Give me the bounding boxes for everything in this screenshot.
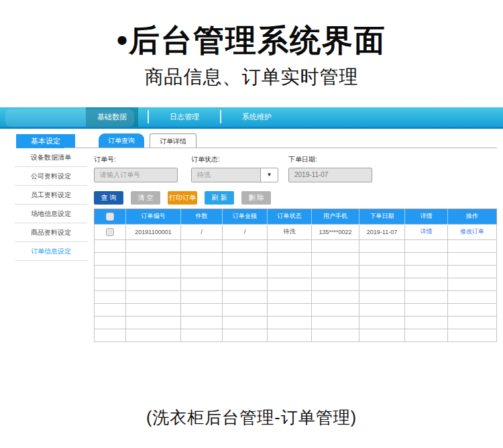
page-subtitle: 商品信息、订单实时管理 — [0, 64, 503, 90]
content-area: 订单查询 订单详情 订单号: 订单状态: 待洗 ▼ 下单日期: — [94, 134, 497, 342]
header-amount: 订单金额 — [223, 209, 268, 224]
sidebar-item-order-info[interactable]: 订单信息设定 — [15, 242, 87, 261]
top-navbar: 基础数据 日志管理 系统维护 — [0, 107, 503, 129]
nav-tab-log-management[interactable]: 日志管理 — [158, 107, 211, 127]
empty-table-row — [95, 290, 497, 303]
header-status: 订单状态 — [268, 209, 312, 224]
empty-table-row — [95, 239, 497, 252]
sidebar-item-site-info[interactable]: 场地信息设定 — [15, 205, 87, 223]
empty-table-row — [95, 265, 497, 278]
logo-placeholder — [5, 109, 134, 127]
chevron-down-icon: ▼ — [267, 172, 272, 178]
empty-table-row — [95, 303, 497, 316]
empty-table-row — [95, 329, 497, 341]
cell-phone: 135****0022 — [312, 224, 359, 239]
hero-section: •后台管理系统界面 商品信息、订单实时管理 — [0, 0, 503, 90]
print-order-button[interactable]: 打印订单 — [168, 191, 197, 205]
cell-amount: / — [223, 224, 268, 239]
header-order-no: 订单编号 — [126, 209, 181, 224]
filter-order-no: 订单号: — [94, 155, 178, 182]
empty-table-row — [95, 252, 497, 265]
sidebar: 基本设定 设备数据清单 公司资料设定 员工资料设定 场地信息设定 商品资料设定 … — [15, 134, 87, 342]
sidebar-item-device-data-list[interactable]: 设备数据清单 — [15, 148, 87, 167]
nav-tab-system-maintenance[interactable]: 系统维护 — [231, 107, 283, 127]
clear-button[interactable]: 清 空 — [131, 191, 160, 205]
cell-status: 待洗 — [268, 224, 312, 239]
cell-order-no: 20191100001 — [126, 224, 181, 239]
cell-qty: / — [181, 224, 223, 239]
order-status-value: 待洗 — [192, 168, 260, 182]
empty-table-row — [95, 316, 497, 329]
query-button[interactable]: 查 询 — [94, 191, 123, 205]
sidebar-item-employee-info[interactable]: 员工资料设定 — [15, 186, 87, 205]
order-date-input[interactable] — [288, 168, 372, 182]
header-date: 下单日期 — [359, 209, 405, 224]
modify-order-link[interactable]: 修改订单 — [460, 228, 484, 235]
dropdown-button[interactable]: ▼ — [260, 168, 278, 182]
header-phone: 用户手机 — [312, 209, 359, 224]
tab-order-query[interactable]: 订单查询 — [99, 133, 144, 148]
order-date-label: 下单日期: — [288, 155, 372, 164]
order-status-label: 订单状态: — [191, 155, 278, 164]
nav-tabs: 基础数据 日志管理 系统维护 — [86, 107, 503, 127]
filter-row: 订单号: 订单状态: 待洗 ▼ 下单日期: — [94, 155, 497, 182]
sidebar-header-basic-settings[interactable]: 基本设定 — [16, 134, 75, 148]
header-action: 操作 — [448, 209, 497, 224]
tab-order-detail[interactable]: 订单详情 — [150, 133, 197, 148]
refresh-button[interactable]: 刷 新 — [205, 191, 234, 205]
orders-table: 订单编号 件数 订单金额 订单状态 用户手机 下单日期 详情 操作 201911… — [94, 209, 497, 342]
sidebar-item-product-info[interactable]: 商品资料设定 — [15, 223, 87, 242]
table-header-row: 订单编号 件数 订单金额 订单状态 用户手机 下单日期 详情 操作 — [95, 209, 497, 224]
select-all-checkbox[interactable] — [106, 213, 114, 221]
order-no-input[interactable] — [94, 168, 178, 182]
nav-separator — [148, 110, 149, 123]
order-no-label: 订单号: — [94, 155, 178, 164]
header-detail: 详情 — [405, 209, 448, 224]
filter-order-status: 订单状态: 待洗 ▼ — [191, 155, 278, 182]
action-button-row: 查 询 清 空 打印订单 刷 新 删 除 — [94, 191, 497, 205]
order-status-select[interactable]: 待洗 ▼ — [191, 168, 278, 182]
main-panel: 基本设定 设备数据清单 公司资料设定 员工资料设定 场地信息设定 商品资料设定 … — [0, 129, 503, 342]
header-qty: 件数 — [181, 209, 223, 224]
table-row: 20191100001 / / 待洗 135****0022 2019-11-0… — [95, 224, 497, 239]
nav-separator — [220, 110, 221, 123]
detail-link[interactable]: 详情 — [421, 228, 433, 235]
row-checkbox[interactable] — [106, 228, 114, 236]
sidebar-item-company-info[interactable]: 公司资料设定 — [15, 167, 87, 186]
empty-table-row — [95, 278, 497, 290]
delete-button[interactable]: 删 除 — [241, 191, 271, 205]
bottom-caption: (洗衣柜后台管理-订单管理) — [0, 406, 503, 429]
filter-order-date: 下单日期: — [288, 155, 372, 182]
page-title: •后台管理系统界面 — [0, 23, 503, 58]
select-all-header-cell — [95, 209, 126, 224]
content-tab-row: 订单查询 订单详情 — [94, 134, 497, 148]
cell-date: 2019-11-07 — [359, 224, 405, 239]
